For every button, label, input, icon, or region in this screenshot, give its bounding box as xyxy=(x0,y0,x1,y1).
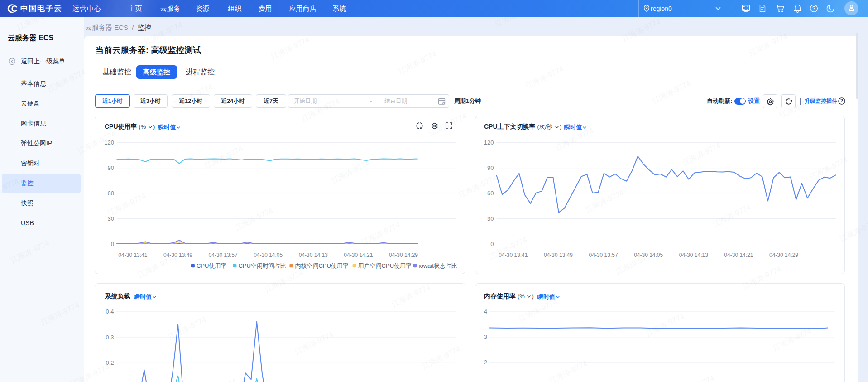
svg-text:04-30 14:05: 04-30 14:05 xyxy=(634,251,663,258)
svg-text:3: 3 xyxy=(484,334,487,340)
svg-text:04-30 14:13: 04-30 14:13 xyxy=(679,251,708,258)
svg-text:?: ? xyxy=(840,98,843,103)
svg-text:04-30 14:13: 04-30 14:13 xyxy=(299,251,328,258)
svg-text:04-30 14:21: 04-30 14:21 xyxy=(344,251,373,258)
svg-text:120: 120 xyxy=(104,139,114,145)
svg-text:90: 90 xyxy=(108,164,114,171)
svg-text:CPU空闲时间占比: CPU空闲时间占比 xyxy=(238,262,286,269)
svg-text:0.2: 0.2 xyxy=(106,359,114,366)
svg-text:04-30 14:21: 04-30 14:21 xyxy=(724,251,753,258)
svg-text:2: 2 xyxy=(484,359,487,366)
svg-text:0.3: 0.3 xyxy=(106,334,114,340)
svg-text:04-30 13:41: 04-30 13:41 xyxy=(118,251,147,258)
svg-text:04-30 14:05: 04-30 14:05 xyxy=(254,251,283,258)
svg-text:用户空间CPU使用率: 用户空间CPU使用率 xyxy=(358,262,412,269)
svg-text:内核空间CPU使用率: 内核空间CPU使用率 xyxy=(295,262,348,269)
svg-text:0.4: 0.4 xyxy=(106,308,114,315)
svg-text:30: 30 xyxy=(108,215,114,222)
svg-text:04-30 14:29: 04-30 14:29 xyxy=(389,251,418,258)
svg-text:60: 60 xyxy=(487,190,494,197)
svg-text:0: 0 xyxy=(111,240,114,247)
svg-text:04-30 13:49: 04-30 13:49 xyxy=(163,251,192,258)
svg-text:120: 120 xyxy=(484,139,494,145)
svg-text:iowait状态占比: iowait状态占比 xyxy=(419,262,457,269)
svg-text:0: 0 xyxy=(490,240,494,247)
svg-text:04-30 14:29: 04-30 14:29 xyxy=(769,251,798,258)
svg-text:04-30 13:57: 04-30 13:57 xyxy=(589,251,618,258)
svg-text:CPU使用率: CPU使用率 xyxy=(197,262,226,269)
svg-text:4: 4 xyxy=(484,308,487,315)
svg-text:60: 60 xyxy=(108,190,114,197)
svg-text:04-30 13:57: 04-30 13:57 xyxy=(209,251,238,258)
svg-text:90: 90 xyxy=(487,164,494,171)
svg-text:30: 30 xyxy=(487,215,494,222)
svg-text:04-30 13:41: 04-30 13:41 xyxy=(499,251,528,258)
svg-text:04-30 13:49: 04-30 13:49 xyxy=(544,251,573,258)
